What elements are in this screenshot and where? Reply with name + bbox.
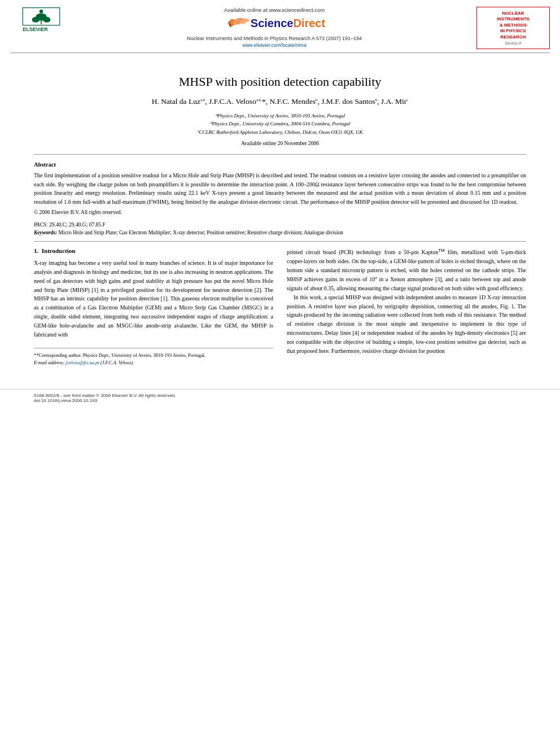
- journal-section-label: Section A: [482, 41, 545, 45]
- footnote-email: E-mail address: jveloso@fis.ua.pt (J.F.C…: [34, 359, 273, 366]
- footnote-area: **Corresponding author. Physics Dept., U…: [34, 348, 273, 366]
- sciencedirect-logo: ScienceDirect: [224, 15, 325, 31]
- svg-point-4: [43, 17, 50, 23]
- abstract-text: The first implementation of a position s…: [34, 171, 526, 206]
- journal-title-box: NUCLEARINSTRUMENTS& METHODSIN PHYSICSRES…: [476, 7, 550, 49]
- intro-text-left: X-ray imaging has become a very useful t…: [34, 259, 273, 339]
- keywords-label: Keywords:: [34, 230, 57, 235]
- keywords-values: Micro Hole and Strip Plate; Gas Electron…: [59, 230, 343, 235]
- intro-text-right: printed circuit board (PCB) technology f…: [287, 247, 526, 355]
- sciencedirect-text: ScienceDirect: [251, 17, 325, 30]
- footnote-corresponding: **Corresponding author. Physics Dept., U…: [34, 352, 273, 359]
- affiliation-a: ᵃPhysics Dept., University of Aveiro, 38…: [34, 112, 526, 120]
- two-column-body: 1. Introduction X-ray imaging has become…: [34, 247, 526, 366]
- abstract-heading: Abstract: [34, 161, 526, 168]
- affiliation-c: ᶜCCLRC Rutherford Appleton Laboratory, C…: [34, 128, 526, 136]
- email-link[interactable]: jveloso@fis.ua.pt: [65, 360, 99, 365]
- copyright-text: © 2006 Elsevier B.V. All rights reserved…: [34, 209, 526, 215]
- footer-issn: 0168-9002/$ - see front matter © 2006 El…: [34, 393, 176, 403]
- title-divider: [34, 154, 526, 155]
- abstract-section: Abstract The first implementation of a p…: [34, 161, 526, 215]
- footer-issn-text: 0168-9002/$ - see front matter © 2006 El…: [34, 393, 176, 398]
- column-left: 1. Introduction X-ray imaging has become…: [34, 247, 273, 366]
- keywords: Keywords: Micro Hole and Strip Plate; Ga…: [34, 230, 526, 235]
- pacs-values: 29.40.C; 29.40.G; 07.85.F: [49, 222, 106, 228]
- svg-point-7: [228, 22, 230, 24]
- sd-bird-icon: [224, 15, 251, 31]
- elsevier-logo: ELSEVIER: [16, 7, 67, 32]
- affiliation-b: ᵇPhysics Dept., University of Coimbra, 3…: [34, 120, 526, 128]
- journal-url: www.elsevier.com/locate/nima: [242, 42, 306, 48]
- svg-point-5: [40, 10, 43, 14]
- journal-citation: Nuclear Instruments and Methods in Physi…: [187, 36, 362, 41]
- intro-heading: 1. Introduction: [34, 247, 273, 254]
- paper-title: MHSP with position detection capability: [34, 75, 526, 89]
- footnote-email-text: E-mail address: jveloso@fis.ua.pt (J.F.C…: [34, 360, 134, 365]
- pacs-label: PACS:: [34, 222, 48, 228]
- footer-doi: doi:10.1016/j.nima.2006.10.243: [34, 398, 176, 403]
- column-right: printed circuit board (PCB) technology f…: [287, 247, 526, 366]
- journal-title-text: NUCLEARINSTRUMENTS& METHODSIN PHYSICSRES…: [482, 11, 545, 40]
- svg-text:ELSEVIER: ELSEVIER: [23, 27, 48, 32]
- authors: H. Natal da Luza,b, J.F.C.A. Velosoa,b,*…: [34, 97, 526, 106]
- footer-bar: 0168-9002/$ - see front matter © 2006 El…: [0, 389, 560, 407]
- header: ELSEVIER Available online at www.science…: [0, 0, 560, 53]
- elsevier-logo-area: ELSEVIER: [10, 7, 72, 32]
- affiliations: ᵃPhysics Dept., University of Aveiro, 38…: [34, 112, 526, 136]
- pacs: PACS: 29.40.C; 29.40.G; 07.85.F: [34, 222, 526, 228]
- footnote-corresponding-text: *Corresponding author. Physics Dept., Un…: [36, 352, 205, 358]
- header-center: Available online at www.sciencedirect.co…: [72, 7, 476, 48]
- section-number: 1.: [34, 247, 38, 254]
- main-content: MHSP with position detection capability …: [0, 53, 560, 378]
- section-divider: [34, 241, 526, 242]
- available-date: Available online 20 November 2006: [34, 141, 526, 146]
- available-online-text: Available online at www.sciencedirect.co…: [224, 7, 325, 13]
- svg-point-3: [32, 17, 40, 23]
- page: ELSEVIER Available online at www.science…: [0, 0, 560, 747]
